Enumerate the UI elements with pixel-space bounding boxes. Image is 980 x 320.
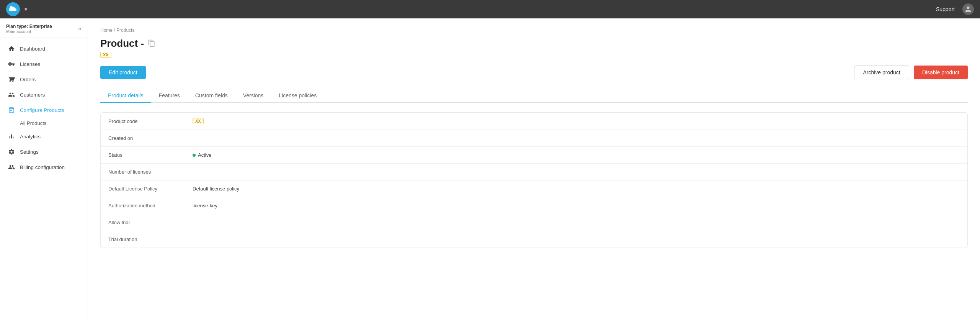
- page-title: Product -: [100, 38, 144, 49]
- header-actions: Edit product Archive product Disable pro…: [100, 66, 968, 79]
- detail-label-status: Status: [108, 152, 193, 158]
- product-badge: XX: [100, 52, 111, 58]
- table-row: Allow trial: [101, 214, 967, 231]
- sidebar-item-configure-products[interactable]: Configure Products: [0, 102, 88, 118]
- table-row: Authorization method license-key: [101, 197, 967, 214]
- navbar-logo[interactable]: [6, 2, 20, 16]
- table-row: Created on: [101, 130, 967, 147]
- navbar-right: Support: [936, 3, 974, 15]
- sidebar-item-orders[interactable]: Orders: [0, 72, 88, 87]
- detail-label-default-license-policy: Default License Policy: [108, 186, 193, 192]
- home-icon: [8, 45, 15, 53]
- sidebar: Plan type: Enterprise Main account « Das…: [0, 18, 88, 320]
- breadcrumb-home[interactable]: Home: [100, 28, 113, 33]
- tab-license-policies[interactable]: License policies: [271, 89, 324, 103]
- tabs: Product details Features Custom fields V…: [100, 89, 968, 103]
- gear-icon: [8, 148, 15, 156]
- sidebar-item-dashboard[interactable]: Dashboard: [0, 41, 88, 56]
- details-card: Product code XX Created on Status Active: [100, 112, 968, 248]
- page-title-row: Product -: [100, 38, 968, 49]
- sidebar-collapse-button[interactable]: «: [78, 25, 82, 32]
- status-text: Active: [198, 152, 211, 158]
- main-layout: Plan type: Enterprise Main account « Das…: [0, 18, 980, 320]
- sidebar-item-licenses[interactable]: Licenses: [0, 56, 88, 72]
- breadcrumb: Home / Products: [100, 28, 968, 33]
- table-row: Status Active: [101, 147, 967, 164]
- sidebar-sub-item-all-products[interactable]: All Products: [0, 118, 88, 129]
- detail-label-created-on: Created on: [108, 135, 193, 141]
- detail-value-product-code: XX: [193, 118, 204, 124]
- edit-product-button[interactable]: Edit product: [100, 66, 146, 79]
- tab-features[interactable]: Features: [151, 89, 188, 103]
- table-row: Number of licenses: [101, 164, 967, 181]
- navbar: ▾ Support: [0, 0, 980, 18]
- box-icon: [8, 106, 15, 114]
- support-link[interactable]: Support: [936, 6, 955, 12]
- right-actions: Archive product Disable product: [854, 66, 968, 79]
- table-row: Default License Policy Default license p…: [101, 181, 967, 197]
- cart-icon: [8, 75, 15, 83]
- sidebar-item-customers[interactable]: Customers: [0, 87, 88, 102]
- tab-custom-fields[interactable]: Custom fields: [188, 89, 235, 103]
- detail-label-product-code: Product code: [108, 118, 193, 124]
- table-row: Product code XX: [101, 113, 967, 130]
- copy-icon[interactable]: [148, 39, 155, 49]
- sidebar-item-billing[interactable]: Billing configuration: [0, 159, 88, 175]
- tab-product-details[interactable]: Product details: [100, 89, 151, 103]
- account-label: Main account: [6, 29, 52, 34]
- user-avatar[interactable]: [962, 3, 974, 15]
- disable-product-button[interactable]: Disable product: [914, 66, 968, 79]
- sidebar-item-settings[interactable]: Settings: [0, 144, 88, 159]
- table-row: Trial duration: [101, 231, 967, 248]
- breadcrumb-current[interactable]: Products: [116, 28, 134, 33]
- detail-value-status: Active: [193, 152, 211, 158]
- bar-chart-icon: [8, 133, 15, 140]
- sidebar-item-analytics[interactable]: Analytics: [0, 129, 88, 144]
- detail-value-auth-method: license-key: [193, 203, 217, 208]
- detail-label-auth-method: Authorization method: [108, 203, 193, 208]
- sidebar-header: Plan type: Enterprise Main account «: [0, 18, 88, 38]
- page-header: Product - XX: [100, 38, 968, 58]
- user-group-icon: [8, 91, 15, 98]
- detail-value-default-license-policy: Default license policy: [193, 186, 239, 192]
- status-dot-active: [193, 154, 196, 157]
- plan-label: Plan type: Enterprise: [6, 24, 52, 29]
- detail-label-num-licenses: Number of licenses: [108, 169, 193, 175]
- sidebar-nav: Dashboard Licenses Orders: [0, 38, 88, 178]
- page-title-section: Product - XX: [100, 38, 968, 58]
- product-code-badge: XX: [193, 118, 204, 124]
- billing-icon: [8, 163, 15, 171]
- tab-versions[interactable]: Versions: [235, 89, 271, 103]
- main-content: Home / Products Product - XX Edit produc…: [88, 18, 980, 320]
- key-icon: [8, 60, 15, 68]
- detail-label-allow-trial: Allow trial: [108, 220, 193, 225]
- archive-product-button[interactable]: Archive product: [854, 66, 909, 79]
- detail-label-trial-duration: Trial duration: [108, 236, 193, 242]
- navbar-dropdown[interactable]: ▾: [24, 6, 27, 12]
